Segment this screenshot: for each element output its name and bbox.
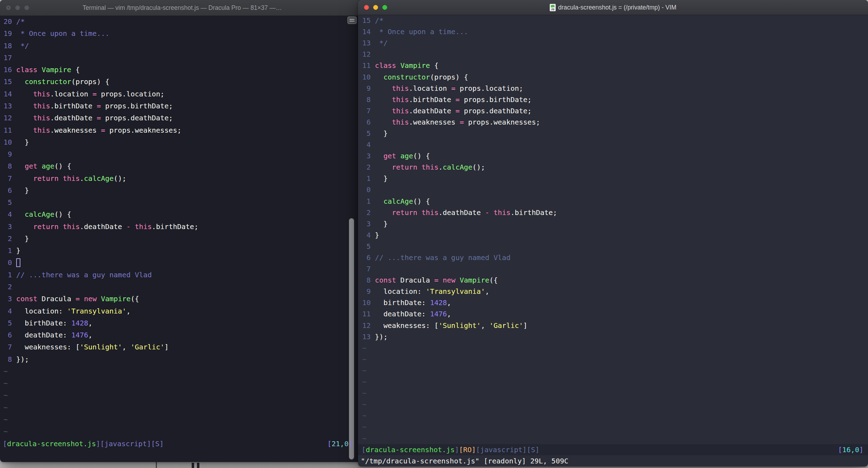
line-number: 12 (362, 321, 371, 330)
line-number: 7 (4, 174, 12, 183)
code-line: 8}); (0, 353, 364, 365)
code-token: weaknesses: [ (16, 343, 80, 351)
code-token: } (375, 129, 388, 138)
scrollbar-thumb[interactable] (349, 218, 354, 460)
code-token: props.deathDate; (101, 114, 173, 122)
line-number: 11 (4, 126, 12, 134)
code-line: 10 } (0, 136, 364, 148)
background-text-fragment (192, 463, 194, 468)
code-token: }); (375, 333, 388, 341)
code-line: 4} (358, 229, 868, 241)
code-line: 13 */ (358, 37, 868, 49)
minimize-button[interactable] (373, 5, 378, 10)
code-token: return (392, 208, 417, 217)
desktop: { "tilde_char": "~", "colors": { "pink":… (0, 0, 868, 468)
line-number: 2 (4, 283, 12, 291)
vim-commandline[interactable]: "/tmp/dracula-screenshot.js" [readonly] … (358, 455, 868, 467)
code-line: 14 * Once upon a time... (358, 26, 868, 37)
code-line: 2 return this.deathDate - this.birthDate… (358, 207, 868, 218)
code-token (375, 107, 392, 115)
close-button[interactable] (6, 5, 11, 10)
code-token: * Once upon a time... (16, 29, 109, 38)
code-token (16, 90, 33, 98)
code-token: .birthDate; (510, 208, 557, 217)
zoom-button[interactable] (382, 5, 387, 10)
code-line: 13 this.birthDate = props.birthDate; (0, 100, 364, 112)
code-token: */ (16, 42, 29, 50)
code-token: props.birthDate; (460, 95, 532, 104)
tilde-marker: ~ (362, 411, 366, 420)
vim-buffer[interactable]: 15/*14 * Once upon a time...13 */1211cla… (358, 15, 868, 444)
code-token: props.location; (97, 90, 165, 98)
code-token: . (439, 163, 443, 171)
code-token: this (33, 126, 50, 134)
split-pane-button[interactable] (347, 17, 357, 24)
terminal-titlebar[interactable]: Terminal — vim /tmp/dracula-screenshot.j… (0, 0, 364, 16)
line-number: 17 (4, 53, 12, 62)
code-token: Dracula (396, 276, 434, 284)
statusline-bracket: ] (96, 439, 100, 448)
tilde-marker: ~ (362, 355, 366, 363)
line-number: 11 (362, 310, 371, 318)
code-line: 1 calcAge() { (358, 196, 868, 207)
code-token: deathDate: (16, 331, 71, 339)
code-token (455, 276, 460, 284)
line-number: 5 (4, 198, 12, 207)
macvim-titlebar[interactable]: JS dracula-screenshot.js = (/private/tmp… (358, 0, 868, 15)
code-token: ({ (489, 276, 498, 284)
empty-buffer-line: ~ (358, 410, 868, 421)
code-token: return (33, 174, 58, 183)
code-token: 'Transylvania' (426, 287, 485, 296)
vim-buffer[interactable]: 20/*19 * Once upon a time...18 */1716cla… (0, 15, 364, 437)
code-line: 19 * Once upon a time... (0, 27, 364, 39)
vim-cursor (16, 258, 20, 267)
vim-commandline[interactable] (0, 450, 364, 462)
code-token: props.deathDate; (460, 107, 532, 115)
code-token: this (392, 84, 409, 93)
code-token: ({ (130, 295, 139, 303)
minimize-button[interactable] (15, 5, 20, 10)
code-token: () { (55, 210, 71, 219)
line-number: 14 (362, 27, 371, 36)
code-token: 1428 (71, 319, 88, 327)
tilde-marker: ~ (362, 378, 366, 386)
code-token: (props) { (430, 73, 468, 81)
code-line: 3 } (358, 218, 868, 229)
code-token: age (42, 162, 54, 170)
code-line: 8const Dracula = new Vampire({ (358, 274, 868, 286)
code-token (59, 222, 63, 231)
code-token: constructor (383, 73, 430, 81)
code-token: , (88, 331, 92, 339)
code-line: 6 deathDate: 1476, (0, 329, 364, 341)
code-token: { (71, 65, 80, 74)
line-number: 8 (362, 95, 371, 104)
zoom-button[interactable] (24, 5, 29, 10)
tilde-marker: ~ (362, 389, 366, 397)
code-token (375, 84, 392, 93)
code-token: , (88, 319, 92, 327)
line-number: 4 (362, 140, 371, 149)
code-token: = (97, 102, 101, 110)
code-token: - (126, 222, 130, 231)
code-line: 11 deathDate: 1476, (358, 308, 868, 320)
code-token: { (430, 61, 439, 70)
code-token: - (485, 208, 489, 217)
code-token: 'Sunlight' (439, 321, 481, 330)
code-token: .location (50, 90, 92, 98)
statusline-bracket: [ (327, 439, 332, 448)
code-token (16, 77, 25, 86)
code-token: props.weaknesses; (464, 118, 540, 126)
statusline-bracket: [ (362, 445, 366, 454)
code-line: 3 get age() { (358, 150, 868, 162)
line-number: 13 (362, 39, 371, 47)
empty-buffer-line: ~ (0, 377, 364, 389)
code-line: 8 get age() { (0, 160, 364, 172)
code-token: // ...there was a guy named Vlad (375, 253, 510, 262)
code-token: 'Garlic' (489, 321, 523, 330)
code-token: Dracula (37, 295, 75, 303)
code-token: /* (16, 17, 25, 26)
window-title: Terminal — vim /tmp/dracula-screenshot.j… (83, 4, 282, 12)
code-token (16, 162, 25, 170)
line-number: 1 (4, 246, 12, 255)
close-button[interactable] (364, 5, 369, 10)
